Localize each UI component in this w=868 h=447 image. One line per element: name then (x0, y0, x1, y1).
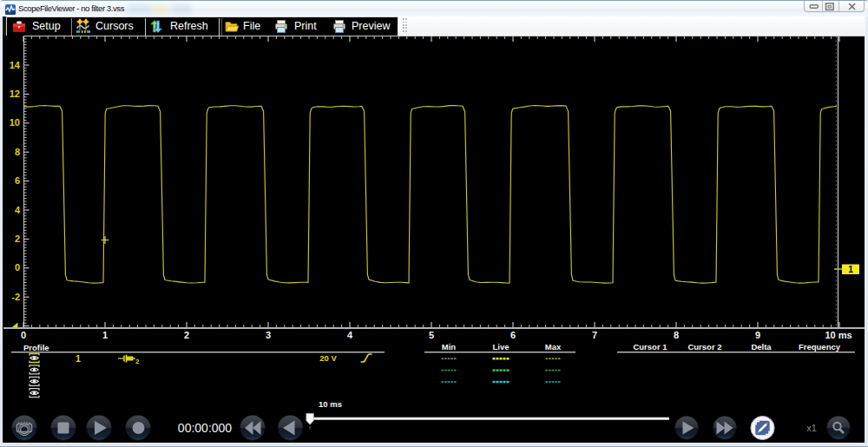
svg-text:Delta: Delta (751, 342, 772, 352)
svg-text:Max: Max (545, 342, 562, 352)
svg-text:5: 5 (429, 330, 434, 340)
svg-text:10 ms: 10 ms (319, 399, 342, 409)
svg-text:1: 1 (848, 265, 853, 274)
svg-text:10: 10 (10, 117, 20, 128)
svg-text:3: 3 (266, 330, 271, 340)
svg-text:7: 7 (592, 330, 597, 340)
svg-text:-2: -2 (11, 292, 20, 302)
svg-text:0: 0 (15, 262, 20, 273)
svg-text:20 V: 20 V (319, 353, 337, 363)
svg-text:2: 2 (15, 233, 20, 244)
svg-text:8: 8 (674, 330, 679, 340)
svg-text:Min: Min (442, 342, 457, 352)
svg-text:6: 6 (510, 330, 516, 340)
svg-text:2: 2 (184, 330, 189, 340)
svg-text:9: 9 (755, 330, 760, 340)
svg-text:14: 14 (10, 60, 21, 70)
svg-text:6: 6 (15, 175, 20, 186)
svg-text:Frequency: Frequency (799, 342, 841, 352)
svg-text:Profile: Profile (23, 343, 49, 352)
svg-text:8: 8 (15, 147, 20, 157)
svg-text:0: 0 (21, 330, 26, 340)
svg-text:1: 1 (76, 353, 81, 364)
svg-text:1: 1 (102, 330, 108, 340)
svg-text:x1: x1 (806, 423, 817, 433)
svg-text:4: 4 (347, 330, 353, 340)
svg-text:10 ms: 10 ms (825, 330, 852, 340)
svg-text:4: 4 (15, 205, 21, 215)
svg-text:00:00:000: 00:00:000 (178, 421, 232, 435)
svg-text:2: 2 (135, 358, 140, 365)
svg-text:Live: Live (492, 342, 509, 352)
svg-text:12: 12 (10, 89, 20, 99)
svg-text:Cursor 1: Cursor 1 (633, 342, 667, 352)
svg-text:Cursor 2: Cursor 2 (687, 342, 721, 352)
